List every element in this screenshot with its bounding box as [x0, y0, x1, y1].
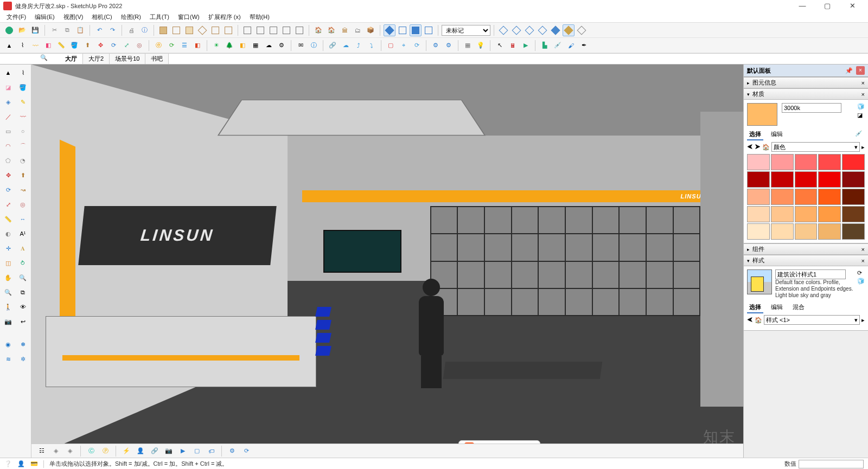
cut-button[interactable]: ✂	[48, 24, 60, 36]
move-icon[interactable]: ✥	[2, 169, 15, 182]
style-update-icon[interactable]: ⟳	[857, 269, 865, 277]
bulb-icon[interactable]: 💡	[475, 40, 487, 52]
ext-palette-icon[interactable]: ◧	[237, 40, 248, 52]
model-info-button[interactable]: ⓘ	[138, 24, 150, 36]
tray-pin-icon[interactable]: 📌	[845, 67, 853, 74]
menu-camera[interactable]: 相机(C)	[87, 12, 116, 22]
dimension-icon[interactable]: ↔	[16, 213, 29, 226]
warehouse-share-button[interactable]: 🏠	[326, 24, 337, 36]
walk-icon[interactable]: 🚶	[2, 300, 15, 313]
protractor-icon[interactable]: ◐	[2, 227, 15, 240]
followme-icon[interactable]: ↝	[16, 183, 29, 196]
cloud-down-icon[interactable]: ⤵	[366, 40, 378, 52]
material-default-icon[interactable]: ◪	[857, 112, 865, 119]
top-view-button[interactable]	[397, 24, 409, 36]
tag-selector[interactable]: 未标记	[442, 25, 490, 36]
panel-close-icon[interactable]: ×	[861, 258, 865, 264]
color-swatch[interactable]	[771, 223, 794, 240]
zoom-window-icon[interactable]: ⧉	[16, 286, 29, 299]
orbit-icon[interactable]: ⥁	[16, 256, 29, 269]
line-icon[interactable]: ／	[2, 110, 15, 123]
freehand-icon[interactable]: 〰	[16, 110, 29, 123]
offset-icon[interactable]: ◎	[16, 198, 29, 211]
cloud-up-icon[interactable]: ⤴	[353, 40, 365, 52]
color-swatch[interactable]	[771, 206, 794, 222]
paint-tool-button[interactable]: 🪣	[68, 40, 80, 52]
panel-styles-header[interactable]: ▾ 样式 ×	[744, 255, 868, 266]
solid-split-icon[interactable]	[209, 24, 221, 36]
color-swatch[interactable]	[795, 171, 818, 188]
nav-back-icon[interactable]: ⮜	[747, 144, 753, 150]
pan-icon[interactable]: ✋	[2, 271, 15, 284]
ext-mail-icon[interactable]: ✉	[295, 40, 307, 52]
scene-tab-2[interactable]: 场景号10	[110, 54, 145, 64]
menu-edit[interactable]: 编辑(E)	[30, 12, 59, 22]
home-icon[interactable]: 🏠	[762, 144, 770, 151]
menu-help[interactable]: 帮助(H)	[245, 12, 274, 22]
color-swatch[interactable]	[842, 223, 865, 240]
arc-icon[interactable]: ◠	[2, 139, 15, 152]
rotate-icon[interactable]: ⟳	[2, 183, 15, 196]
color-swatch[interactable]	[771, 171, 794, 188]
window-minimize-button[interactable]: —	[790, 0, 815, 12]
zoom-extents-icon[interactable]: 🔍	[2, 286, 15, 299]
solid-trim-icon[interactable]	[183, 24, 195, 36]
copy-button[interactable]: ⧉	[61, 24, 73, 36]
color-swatch[interactable]	[747, 154, 770, 170]
style-thumbnail[interactable]	[747, 269, 772, 294]
color-swatch[interactable]	[747, 189, 770, 205]
rotate-tool-button[interactable]: ⟳	[107, 40, 119, 52]
window-maximize-button[interactable]: ▢	[815, 0, 840, 12]
vb-c-icon[interactable]: Ⓒ	[85, 445, 97, 457]
panel-close-icon[interactable]: ×	[861, 246, 865, 253]
cloud-sync-icon[interactable]: ☁	[340, 40, 352, 52]
paste-button[interactable]: 📋	[74, 24, 86, 36]
play-icon[interactable]: ▶	[520, 40, 532, 52]
frame-red-icon[interactable]: ▢	[385, 40, 397, 52]
geolocation-icon[interactable]: 👤	[17, 460, 25, 467]
right-view-button[interactable]	[423, 24, 435, 36]
scale-icon[interactable]: ⤢	[2, 198, 15, 211]
explode-button[interactable]	[267, 24, 279, 36]
warehouse-button[interactable]: 🏠	[312, 24, 324, 36]
material-create-icon[interactable]: 🧊	[857, 103, 865, 110]
pushpull-icon[interactable]: ⬆	[16, 169, 29, 182]
ext-tree-icon[interactable]: 🌲	[224, 40, 235, 52]
color-swatch[interactable]	[818, 223, 841, 240]
3dtext-icon[interactable]: 𝐀	[16, 242, 29, 255]
hide-button[interactable]	[280, 24, 292, 36]
shaded-tex-button[interactable]	[563, 24, 575, 36]
vcb-input[interactable]	[799, 460, 864, 468]
ext-blue3-icon[interactable]: ≋	[2, 352, 15, 365]
arrow-nw-icon[interactable]: ↖	[494, 40, 506, 52]
make-component-button[interactable]	[241, 24, 253, 36]
panel-components-header[interactable]: ▸ 组件 ×	[744, 243, 868, 255]
select-tool-button[interactable]: ▲	[3, 40, 15, 52]
xray-button[interactable]	[497, 24, 509, 36]
pen2-icon[interactable]: ✒	[578, 40, 590, 52]
ext-blue4-icon[interactable]: ✲	[16, 352, 29, 365]
panel-entity-info-header[interactable]: ▸ 图元信息 ×	[744, 77, 868, 88]
ext-views-icon[interactable]: ☰	[178, 40, 190, 52]
cube-icon[interactable]: ◈	[2, 95, 15, 108]
calc-icon[interactable]: 🖩	[507, 40, 519, 52]
color-swatch[interactable]	[795, 206, 818, 222]
menu-icon[interactable]: ▸	[861, 144, 865, 151]
ext-settings-icon[interactable]: ◧	[192, 40, 203, 52]
color-swatch[interactable]	[818, 189, 841, 205]
color-swatch[interactable]	[818, 206, 841, 222]
eraser-icon[interactable]: ◪	[2, 81, 15, 94]
vb-box-icon[interactable]: ▢	[191, 445, 203, 457]
shaded-button[interactable]	[550, 24, 561, 36]
viewport[interactable]: LINSUN LINSUN S 中 ․‧ ⌨ 🙂 👤 简 ⚙ 知末 ID: 11…	[31, 65, 743, 458]
send-to-layout-button[interactable]: 🗂	[352, 24, 363, 36]
vb-layers-icon[interactable]: ☷	[36, 445, 48, 457]
style-new-icon[interactable]: 🧊	[857, 278, 865, 285]
pushpull-tool-button[interactable]: ⬆	[81, 40, 93, 52]
green-block-icon[interactable]: ▙	[539, 40, 551, 52]
vb-bolt-icon[interactable]: ⚡	[120, 445, 132, 457]
3d-warehouse-button[interactable]: 📦	[365, 24, 376, 36]
iso-view-button[interactable]	[384, 24, 395, 36]
target-icon[interactable]: ⌖	[398, 40, 410, 52]
menu-file[interactable]: 文件(F)	[2, 12, 30, 22]
